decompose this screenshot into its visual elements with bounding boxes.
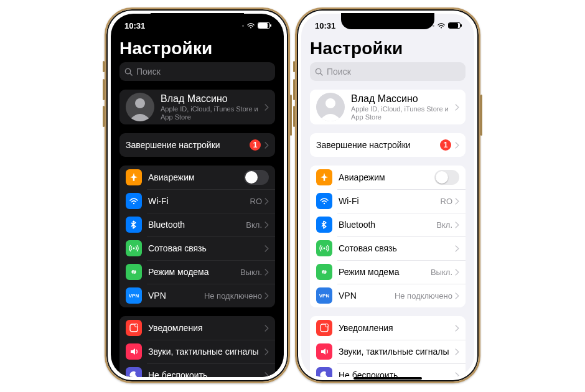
hotspot-value: Выкл. (431, 268, 452, 277)
avatar (316, 93, 345, 121)
cellular-icon (316, 240, 332, 256)
vpn-value: Не подключено (395, 291, 452, 301)
bluetooth-row[interactable]: Bluetooth Вкл. (310, 213, 466, 236)
cellular-row[interactable]: Сотовая связь (119, 236, 275, 260)
sounds-label: Звуки, тактильные сигналы (339, 347, 455, 357)
search-placeholder: Поиск (327, 67, 351, 77)
notifications-icon (126, 320, 142, 336)
page-title: Настройки (119, 39, 275, 58)
hotspot-label: Режим модема (148, 267, 240, 277)
vpn-icon (316, 287, 332, 304)
search-icon (315, 68, 323, 76)
notifications-row[interactable]: Уведомления (310, 316, 466, 340)
status-time: 10:31 (124, 21, 145, 30)
cellular-label: Сотовая связь (339, 243, 455, 253)
notifications-label: Уведомления (148, 323, 264, 333)
sounds-row[interactable]: Звуки, тактильные сигналы (310, 340, 466, 363)
airplane-switch[interactable] (244, 170, 269, 185)
dnd-row[interactable]: Не беспокоить (119, 363, 275, 377)
airplane-switch[interactable] (434, 170, 459, 185)
chevron-right-icon (264, 325, 269, 332)
wifi-label: Wi-Fi (339, 196, 441, 206)
status-time: 10:31 (315, 21, 335, 30)
airplane-icon (316, 169, 332, 185)
notch (341, 13, 434, 29)
bluetooth-icon (316, 217, 332, 233)
battery-icon (448, 22, 461, 29)
bluetooth-label: Bluetooth (148, 220, 246, 230)
search-input[interactable]: Поиск (310, 62, 466, 81)
sounds-icon (126, 343, 142, 360)
cellular-label: Сотовая связь (148, 243, 264, 253)
page-title: Настройки (310, 39, 466, 58)
notifications-icon (316, 320, 332, 336)
chevron-right-icon (264, 245, 269, 252)
home-indicator[interactable] (163, 377, 232, 380)
vpn-row[interactable]: VPN Не подключено (119, 284, 275, 307)
wifi-row[interactable]: Wi-Fi RO (310, 189, 466, 213)
home-indicator[interactable] (353, 377, 422, 380)
chevron-right-icon (264, 269, 269, 276)
search-input[interactable]: Поиск (119, 62, 275, 81)
chevron-right-icon (455, 348, 459, 355)
wifi-value: RO (441, 197, 453, 206)
sounds-row[interactable]: Звуки, тактильные сигналы (119, 340, 275, 363)
wifi-status-icon (437, 22, 446, 29)
profile-row[interactable]: Влад Массино Apple ID, iCloud, iTunes St… (119, 90, 275, 124)
bluetooth-value: Вкл. (436, 220, 452, 230)
vpn-row[interactable]: VPN Не подключено (310, 284, 466, 307)
chevron-right-icon (455, 198, 459, 205)
profile-name: Влад Массино (351, 93, 455, 105)
wifi-value: RO (250, 197, 263, 206)
hotspot-row[interactable]: Режим модема Выкл. (310, 260, 466, 284)
dnd-label: Не беспокоить (339, 370, 455, 377)
hotspot-label: Режим модема (339, 267, 431, 277)
vpn-value: Не подключено (204, 291, 262, 301)
notch (151, 13, 244, 29)
airplane-row[interactable]: Авиарежим (310, 166, 466, 189)
wifi-row[interactable]: Wi-Fi RO (119, 189, 275, 213)
profile-subtitle: Apple ID, iCloud, iTunes Store и App Sto… (161, 105, 264, 120)
phone-light: 10:31 Настройки Поиск Влад Массино Apple… (295, 7, 480, 383)
dnd-icon (316, 367, 332, 377)
vpn-label: VPN (148, 291, 204, 301)
finish-setup-label: Завершение настройки (126, 140, 250, 150)
dnd-row[interactable]: Не беспокоить (310, 363, 466, 377)
phone-dark: 10:31 Настройки Поиск Влад Массино Apple… (105, 7, 290, 383)
airplane-label: Авиарежим (148, 172, 244, 182)
bluetooth-row[interactable]: Bluetooth Вкл. (119, 213, 275, 236)
chevron-right-icon (264, 348, 269, 355)
cellular-icon (126, 240, 142, 256)
chevron-right-icon (264, 104, 269, 111)
airplane-label: Авиарежим (339, 172, 434, 182)
battery-icon (258, 22, 270, 29)
avatar (126, 93, 154, 121)
profile-subtitle: Apple ID, iCloud, iTunes Store и App Sto… (351, 105, 455, 120)
sounds-icon (316, 343, 332, 360)
finish-setup-label: Завершение настройки (316, 140, 440, 150)
bluetooth-label: Bluetooth (339, 220, 436, 230)
chevron-right-icon (264, 142, 269, 149)
search-placeholder: Поиск (136, 67, 161, 77)
hotspot-value: Выкл. (240, 268, 262, 277)
cellular-row[interactable]: Сотовая связь (310, 236, 466, 260)
dnd-icon (126, 367, 142, 377)
notifications-label: Уведомления (339, 323, 455, 333)
search-icon (124, 68, 133, 76)
airplane-icon (126, 169, 142, 185)
finish-setup-badge: 1 (250, 139, 261, 151)
hotspot-row[interactable]: Режим модема Выкл. (119, 260, 275, 284)
bluetooth-icon (126, 217, 142, 233)
chevron-right-icon (455, 142, 459, 149)
hotspot-icon (316, 264, 332, 280)
finish-setup-row[interactable]: Завершение настройки 1 (119, 133, 275, 157)
chevron-right-icon (264, 372, 269, 378)
chevron-right-icon (455, 104, 459, 111)
finish-setup-row[interactable]: Завершение настройки 1 (310, 133, 466, 157)
wifi-icon (316, 193, 332, 209)
bluetooth-value: Вкл. (246, 220, 262, 230)
airplane-row[interactable]: Авиарежим (119, 166, 275, 189)
chevron-right-icon (455, 222, 459, 228)
notifications-row[interactable]: Уведомления (119, 316, 275, 340)
profile-row[interactable]: Влад Массино Apple ID, iCloud, iTunes St… (310, 90, 466, 124)
